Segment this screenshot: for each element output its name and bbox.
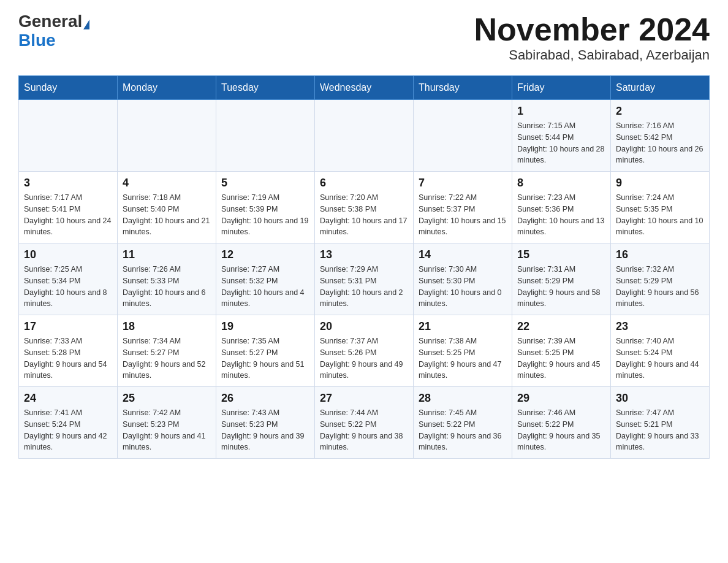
- day-number: 27: [320, 392, 408, 405]
- calendar-body: 1Sunrise: 7:15 AMSunset: 5:44 PMDaylight…: [19, 100, 710, 459]
- day-number: 20: [320, 320, 408, 333]
- day-detail: Sunrise: 7:46 AMSunset: 5:22 PMDaylight:…: [517, 407, 605, 453]
- day-number: 23: [616, 320, 704, 333]
- logo-blue-line: Blue: [18, 31, 56, 50]
- calendar-cell: [315, 100, 414, 172]
- calendar-cell: [118, 100, 216, 172]
- calendar-cell: 24Sunrise: 7:41 AMSunset: 5:24 PMDayligh…: [19, 387, 118, 459]
- day-detail: Sunrise: 7:35 AMSunset: 5:27 PMDaylight:…: [221, 335, 309, 381]
- calendar-cell: [216, 100, 315, 172]
- day-number: 28: [419, 392, 507, 405]
- calendar-cell: 17Sunrise: 7:33 AMSunset: 5:28 PMDayligh…: [19, 315, 118, 387]
- day-number: 30: [616, 392, 704, 405]
- day-detail: Sunrise: 7:33 AMSunset: 5:28 PMDaylight:…: [24, 335, 112, 381]
- day-detail: Sunrise: 7:17 AMSunset: 5:41 PMDaylight:…: [24, 192, 112, 238]
- day-number: 24: [24, 392, 112, 405]
- day-detail: Sunrise: 7:31 AMSunset: 5:29 PMDaylight:…: [517, 264, 605, 310]
- day-detail: Sunrise: 7:38 AMSunset: 5:25 PMDaylight:…: [419, 335, 507, 381]
- calendar-cell: 9Sunrise: 7:24 AMSunset: 5:35 PMDaylight…: [611, 172, 710, 243]
- day-detail: Sunrise: 7:24 AMSunset: 5:35 PMDaylight:…: [616, 192, 704, 238]
- calendar-table: SundayMondayTuesdayWednesdayThursdayFrid…: [18, 75, 710, 459]
- calendar-cell: 29Sunrise: 7:46 AMSunset: 5:22 PMDayligh…: [512, 387, 611, 459]
- day-number: 17: [24, 320, 112, 333]
- calendar-header: SundayMondayTuesdayWednesdayThursdayFrid…: [19, 76, 710, 100]
- day-detail: Sunrise: 7:19 AMSunset: 5:39 PMDaylight:…: [221, 192, 309, 238]
- logo: General Blue: [18, 12, 89, 50]
- calendar-cell: 28Sunrise: 7:45 AMSunset: 5:22 PMDayligh…: [414, 387, 512, 459]
- day-detail: Sunrise: 7:34 AMSunset: 5:27 PMDaylight:…: [123, 335, 211, 381]
- day-detail: Sunrise: 7:40 AMSunset: 5:24 PMDaylight:…: [616, 335, 704, 381]
- calendar-week-row: 10Sunrise: 7:25 AMSunset: 5:34 PMDayligh…: [19, 243, 710, 315]
- day-detail: Sunrise: 7:41 AMSunset: 5:24 PMDaylight:…: [24, 407, 112, 453]
- calendar-cell: 1Sunrise: 7:15 AMSunset: 5:44 PMDaylight…: [512, 100, 611, 172]
- day-number: 26: [221, 392, 309, 405]
- day-number: 8: [517, 177, 605, 190]
- weekday-header-monday: Monday: [118, 76, 216, 100]
- day-detail: Sunrise: 7:42 AMSunset: 5:23 PMDaylight:…: [123, 407, 211, 453]
- logo-general-text: General: [18, 12, 82, 31]
- day-detail: Sunrise: 7:45 AMSunset: 5:22 PMDaylight:…: [419, 407, 507, 453]
- day-number: 12: [221, 248, 309, 261]
- day-number: 15: [517, 248, 605, 261]
- calendar-cell: 11Sunrise: 7:26 AMSunset: 5:33 PMDayligh…: [118, 243, 216, 315]
- day-number: 21: [419, 320, 507, 333]
- calendar-cell: 3Sunrise: 7:17 AMSunset: 5:41 PMDaylight…: [19, 172, 118, 243]
- calendar-cell: 19Sunrise: 7:35 AMSunset: 5:27 PMDayligh…: [216, 315, 315, 387]
- day-detail: Sunrise: 7:47 AMSunset: 5:21 PMDaylight:…: [616, 407, 704, 453]
- calendar-cell: 6Sunrise: 7:20 AMSunset: 5:38 PMDaylight…: [315, 172, 414, 243]
- calendar-cell: 20Sunrise: 7:37 AMSunset: 5:26 PMDayligh…: [315, 315, 414, 387]
- calendar-cell: 12Sunrise: 7:27 AMSunset: 5:32 PMDayligh…: [216, 243, 315, 315]
- day-number: 7: [419, 177, 507, 190]
- calendar-week-row: 1Sunrise: 7:15 AMSunset: 5:44 PMDaylight…: [19, 100, 710, 172]
- calendar-cell: 4Sunrise: 7:18 AMSunset: 5:40 PMDaylight…: [118, 172, 216, 243]
- calendar-cell: 27Sunrise: 7:44 AMSunset: 5:22 PMDayligh…: [315, 387, 414, 459]
- day-number: 29: [517, 392, 605, 405]
- weekday-header-saturday: Saturday: [611, 76, 710, 100]
- calendar-cell: 22Sunrise: 7:39 AMSunset: 5:25 PMDayligh…: [512, 315, 611, 387]
- calendar-cell: 5Sunrise: 7:19 AMSunset: 5:39 PMDaylight…: [216, 172, 315, 243]
- day-number: 11: [123, 248, 211, 261]
- calendar-cell: 2Sunrise: 7:16 AMSunset: 5:42 PMDaylight…: [611, 100, 710, 172]
- day-detail: Sunrise: 7:37 AMSunset: 5:26 PMDaylight:…: [320, 335, 408, 381]
- calendar-cell: 18Sunrise: 7:34 AMSunset: 5:27 PMDayligh…: [118, 315, 216, 387]
- day-number: 19: [221, 320, 309, 333]
- calendar-cell: 15Sunrise: 7:31 AMSunset: 5:29 PMDayligh…: [512, 243, 611, 315]
- calendar-cell: 10Sunrise: 7:25 AMSunset: 5:34 PMDayligh…: [19, 243, 118, 315]
- calendar-week-row: 3Sunrise: 7:17 AMSunset: 5:41 PMDaylight…: [19, 172, 710, 243]
- day-number: 5: [221, 177, 309, 190]
- day-detail: Sunrise: 7:32 AMSunset: 5:29 PMDaylight:…: [616, 264, 704, 310]
- logo-general-line: General: [18, 12, 89, 31]
- weekday-header-tuesday: Tuesday: [216, 76, 315, 100]
- day-number: 2: [616, 105, 704, 118]
- calendar-week-row: 24Sunrise: 7:41 AMSunset: 5:24 PMDayligh…: [19, 387, 710, 459]
- day-detail: Sunrise: 7:27 AMSunset: 5:32 PMDaylight:…: [221, 264, 309, 310]
- day-detail: Sunrise: 7:23 AMSunset: 5:36 PMDaylight:…: [517, 192, 605, 238]
- calendar-cell: [19, 100, 118, 172]
- logo-blue-text: Blue: [18, 31, 56, 50]
- calendar-cell: 13Sunrise: 7:29 AMSunset: 5:31 PMDayligh…: [315, 243, 414, 315]
- day-number: 16: [616, 248, 704, 261]
- weekday-header-friday: Friday: [512, 76, 611, 100]
- weekday-header-sunday: Sunday: [19, 76, 118, 100]
- day-number: 25: [123, 392, 211, 405]
- logo-triangle-icon: [83, 20, 89, 29]
- day-number: 6: [320, 177, 408, 190]
- day-number: 10: [24, 248, 112, 261]
- calendar-subtitle: Sabirabad, Sabirabad, Azerbaijan: [474, 47, 710, 63]
- page-header: General Blue November 2024 Sabirabad, Sa…: [18, 12, 710, 63]
- day-detail: Sunrise: 7:15 AMSunset: 5:44 PMDaylight:…: [517, 120, 605, 166]
- day-detail: Sunrise: 7:44 AMSunset: 5:22 PMDaylight:…: [320, 407, 408, 453]
- day-detail: Sunrise: 7:26 AMSunset: 5:33 PMDaylight:…: [123, 264, 211, 310]
- day-number: 1: [517, 105, 605, 118]
- day-number: 4: [123, 177, 211, 190]
- day-number: 9: [616, 177, 704, 190]
- calendar-week-row: 17Sunrise: 7:33 AMSunset: 5:28 PMDayligh…: [19, 315, 710, 387]
- day-detail: Sunrise: 7:30 AMSunset: 5:30 PMDaylight:…: [419, 264, 507, 310]
- day-detail: Sunrise: 7:25 AMSunset: 5:34 PMDaylight:…: [24, 264, 112, 310]
- calendar-cell: 7Sunrise: 7:22 AMSunset: 5:37 PMDaylight…: [414, 172, 512, 243]
- weekday-header-row: SundayMondayTuesdayWednesdayThursdayFrid…: [19, 76, 710, 100]
- day-number: 14: [419, 248, 507, 261]
- calendar-cell: 8Sunrise: 7:23 AMSunset: 5:36 PMDaylight…: [512, 172, 611, 243]
- day-detail: Sunrise: 7:20 AMSunset: 5:38 PMDaylight:…: [320, 192, 408, 238]
- calendar-cell: 26Sunrise: 7:43 AMSunset: 5:23 PMDayligh…: [216, 387, 315, 459]
